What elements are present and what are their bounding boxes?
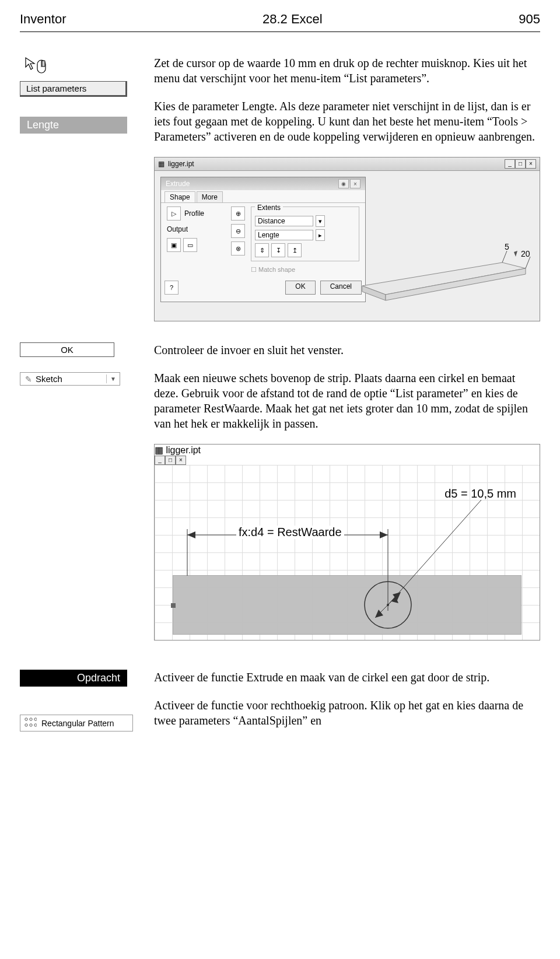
sketch-button[interactable]: ✎ Sketch ▼	[20, 372, 120, 386]
direction-pos-icon[interactable]: ↧	[271, 243, 285, 257]
sidebar-3: Opdracht Rectangular Pattern	[20, 670, 140, 732]
svg-line-17	[388, 500, 481, 605]
page-header: Inventor 28.2 Excel 905	[0, 0, 560, 30]
svg-point-24	[34, 718, 37, 720]
main-column-2: Controleer de invoer en sluit het venste…	[154, 342, 540, 662]
window-title: ligger.ipt	[168, 160, 194, 168]
sketch-canvas: d5 = 10,5 mm fx:d4 = RestWaarde	[155, 465, 540, 640]
close-icon[interactable]: ×	[176, 456, 186, 465]
paragraph-6: Activeer de functie voor rechthoekig pat…	[154, 698, 540, 728]
extrude-dialog: Extrude ◉ × Shape More ▷ Profile	[160, 177, 366, 302]
paragraph-2: Kies de parameter Lengte. Als deze param…	[154, 99, 540, 144]
svg-point-25	[25, 724, 27, 726]
extrude-ok-button[interactable]: OK	[285, 281, 315, 295]
extents-label: Extents	[255, 204, 283, 212]
match-shape-checkbox[interactable]: ☐	[251, 266, 257, 273]
mouse-cursor-icon	[23, 55, 140, 79]
direction-neg-icon[interactable]: ↥	[288, 243, 302, 257]
paragraph-1: Zet de cursor op de waarde 10 mm en druk…	[154, 55, 540, 86]
distance-dropdown[interactable]: Distance	[255, 216, 313, 226]
paragraph-5: Activeer de functie Extrude en maak van …	[154, 670, 540, 685]
dim-fx: fx:d4 = RestWaarde	[236, 526, 344, 539]
lengte-field[interactable]: Lengte	[255, 230, 313, 240]
maximize-icon[interactable]: □	[165, 456, 176, 465]
svg-point-26	[30, 724, 32, 726]
rect-pattern-icon	[24, 717, 37, 729]
main-column-3: Activeer de functie Extrude en maak van …	[154, 670, 540, 728]
svg-text:5: 5	[505, 242, 509, 251]
intersect-icon[interactable]: ⊗	[231, 242, 245, 256]
window-title-2: ligger.ipt	[166, 445, 201, 455]
expand-icon[interactable]: ▸	[316, 229, 325, 241]
tab-more[interactable]: More	[197, 191, 223, 202]
extrude-title: Extrude	[166, 180, 190, 188]
tab-shape[interactable]: Shape	[164, 191, 195, 202]
strip-3d-preview: 5 20	[356, 216, 531, 315]
window-titlebar-2: ▦ ligger.ipt _ □ ×	[155, 444, 540, 465]
minimize-icon[interactable]: _	[155, 456, 165, 465]
content-area-3: Opdracht Rectangular Pattern Activeer de…	[0, 662, 560, 732]
dim-d5: d5 = 10,5 mm	[444, 487, 516, 501]
rect-pattern-label: Rectangular Pattern	[41, 719, 114, 728]
output-label: Output	[167, 225, 225, 233]
profile-label: Profile	[184, 209, 204, 218]
svg-line-5	[502, 251, 507, 262]
minimize-icon[interactable]: _	[505, 159, 515, 169]
file-icon: ▦	[155, 445, 163, 455]
close-icon[interactable]: ×	[526, 159, 536, 169]
header-left: Inventor	[20, 12, 66, 27]
dropdown-icon[interactable]: ▼	[106, 374, 120, 383]
main-column: Zet de cursor op de waarde 10 mm en druk…	[154, 55, 540, 342]
svg-text:20: 20	[521, 249, 530, 258]
maximize-icon[interactable]: □	[515, 159, 526, 169]
sidebar-2: OK ✎ Sketch ▼	[20, 342, 140, 662]
extrude-tabs: Shape More	[161, 191, 365, 203]
union-icon[interactable]: ⊕	[231, 206, 245, 220]
content-area: List parameters Lengte Zet de cursor op …	[0, 32, 560, 342]
svg-marker-9	[514, 251, 517, 257]
dropdown-icon[interactable]: ▾	[316, 215, 325, 227]
opdracht-tag: Opdracht	[20, 670, 127, 687]
svg-point-23	[30, 718, 32, 720]
paragraph-4: Maak een nieuwe schets bovenop de strip.…	[154, 370, 540, 431]
content-area-2: OK ✎ Sketch ▼ Controleer de invoer en sl…	[0, 342, 560, 662]
output-solid-icon[interactable]: ▣	[167, 238, 181, 252]
svg-point-27	[34, 724, 37, 726]
svg-marker-14	[380, 531, 388, 538]
extrude-titlebar: Extrude ◉ ×	[161, 177, 365, 190]
svg-line-6	[526, 257, 530, 268]
sketch-label: Sketch	[36, 373, 106, 385]
header-center: 28.2 Excel	[66, 12, 519, 27]
inventor-window-1: ▦ ligger.ipt _ □ × Extrude ◉ ×	[154, 157, 540, 321]
select-arrow-icon[interactable]: ▷	[167, 206, 181, 220]
match-shape-label: Match shape	[258, 266, 295, 273]
output-surface-icon[interactable]: ▭	[183, 238, 197, 252]
pencil-icon: ✎	[20, 373, 36, 385]
lengte-tag: Lengte	[20, 117, 127, 134]
window-titlebar: ▦ ligger.ipt _ □ ×	[155, 158, 540, 171]
sidebar: List parameters Lengte	[20, 55, 140, 342]
direction-both-icon[interactable]: ⇕	[255, 243, 269, 257]
pin-icon[interactable]: ◉	[338, 179, 349, 188]
page: Inventor 28.2 Excel 905 List parameters …	[0, 0, 560, 959]
svg-point-22	[25, 718, 27, 720]
list-parameters-button[interactable]: List parameters	[20, 81, 127, 97]
extrude-buttons: ? OK Cancel	[161, 277, 365, 298]
cut-icon[interactable]: ⊖	[231, 224, 245, 238]
rectangular-pattern-button[interactable]: Rectangular Pattern	[20, 715, 133, 732]
paragraph-3: Controleer de invoer en sluit het venste…	[154, 342, 540, 358]
ok-button[interactable]: OK	[20, 342, 114, 357]
inventor-window-2: ▦ ligger.ipt _ □ ×	[154, 444, 540, 640]
extrude-cancel-button[interactable]: Cancel	[320, 281, 362, 295]
help-icon[interactable]: ?	[164, 281, 178, 295]
close-dialog-icon[interactable]: ×	[350, 179, 360, 188]
svg-marker-13	[187, 531, 195, 538]
header-right: 905	[519, 12, 540, 27]
file-icon: ▦	[158, 160, 164, 168]
extents-fieldset: Extents Distance ▾ Lengte ▸	[251, 206, 359, 261]
